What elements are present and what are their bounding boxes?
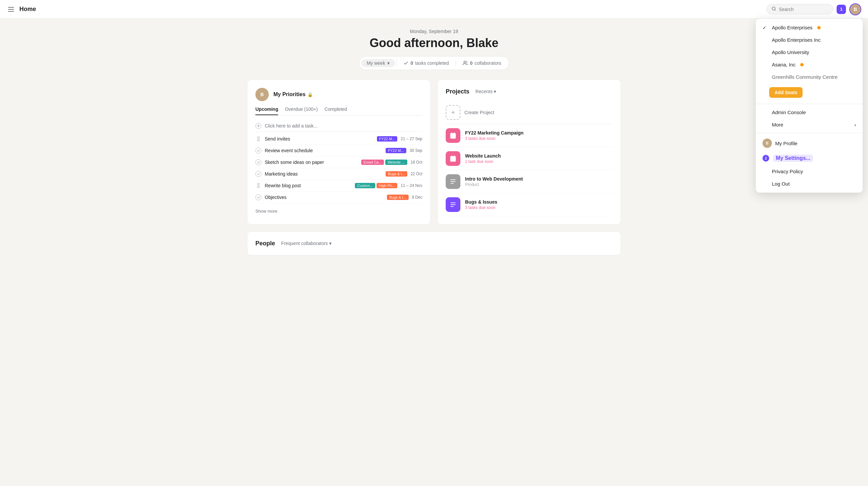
org-name: Apollo University [772, 50, 809, 55]
my-profile-label: My Profile [775, 140, 798, 146]
my-settings-item[interactable]: 2 My Settings... [756, 151, 863, 165]
logout-item[interactable]: Log Out [756, 177, 863, 190]
org-name: Apollo Enterprises [772, 25, 813, 30]
privacy-policy-item[interactable]: Privacy Policy [756, 165, 863, 177]
org-item-asana[interactable]: Asana, Inc [756, 58, 863, 71]
chevron-right-icon: › [854, 122, 856, 128]
privacy-label: Privacy Policy [772, 168, 803, 174]
org-name: Apollo Enterprises Inc [772, 37, 820, 43]
add-seats-row: Add Seats [756, 83, 863, 102]
admin-console-item[interactable]: Admin Console [756, 106, 863, 119]
org-item-apollo-enterprises-inc[interactable]: Apollo Enterprises Inc [756, 34, 863, 46]
org-name: Greenhills Community Centre [772, 74, 838, 80]
org-item-greenhills[interactable]: Greenhills Community Centre [756, 71, 863, 83]
logout-label: Log Out [772, 181, 789, 187]
org-name: Asana, Inc [772, 62, 796, 67]
org-item-apollo-university[interactable]: Apollo University [756, 46, 863, 58]
add-seats-button[interactable]: Add Seats [769, 87, 803, 98]
admin-console-label: Admin Console [772, 109, 806, 115]
profile-avatar: B [763, 138, 772, 148]
my-profile-item[interactable]: B My Profile [756, 135, 863, 151]
check-icon: ✓ [763, 25, 769, 30]
divider [756, 104, 863, 104]
settings-badge: 2 [763, 155, 769, 162]
more-item[interactable]: More › [756, 119, 863, 131]
my-settings-label: My Settings... [773, 155, 813, 162]
active-dot [800, 63, 804, 66]
dropdown-menu: ✓ Apollo Enterprises Apollo Enterprises … [756, 19, 863, 193]
org-item-apollo-enterprises[interactable]: ✓ Apollo Enterprises [756, 21, 863, 34]
active-dot [817, 26, 820, 29]
more-label: More [772, 122, 783, 128]
divider [756, 133, 863, 133]
dropdown-overlay[interactable] [0, 0, 868, 486]
